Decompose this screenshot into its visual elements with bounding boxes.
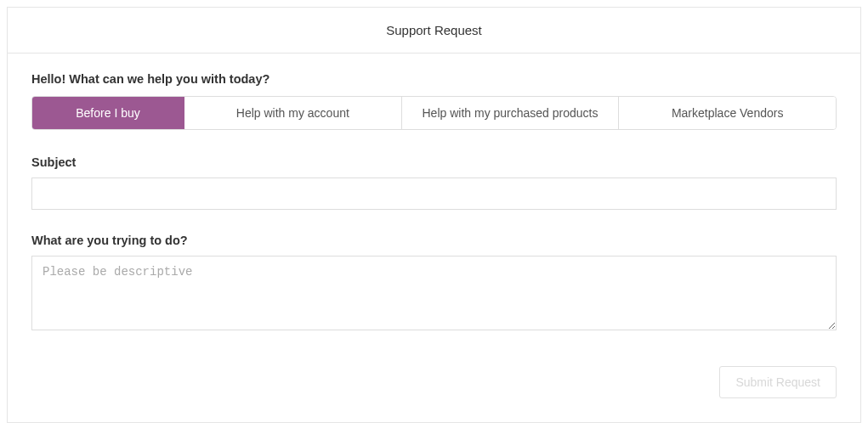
tab-help-account[interactable]: Help with my account xyxy=(184,97,402,129)
greeting-text: Hello! What can we help you with today? xyxy=(31,72,837,86)
description-label: What are you trying to do? xyxy=(31,234,837,247)
subject-label: Subject xyxy=(31,155,837,169)
support-request-panel: Support Request Hello! What can we help … xyxy=(7,7,861,423)
panel-body: Hello! What can we help you with today? … xyxy=(8,54,860,422)
tab-before-i-buy[interactable]: Before I buy xyxy=(32,97,184,129)
subject-group: Subject xyxy=(31,155,837,210)
panel-title: Support Request xyxy=(8,8,860,54)
description-textarea[interactable] xyxy=(31,256,837,330)
description-group: What are you trying to do? xyxy=(31,234,837,334)
submit-request-button[interactable]: Submit Request xyxy=(719,366,837,398)
tab-help-purchased[interactable]: Help with my purchased products xyxy=(402,97,620,129)
subject-input[interactable] xyxy=(31,178,837,210)
category-tabs: Before I buy Help with my account Help w… xyxy=(31,96,837,130)
tab-marketplace-vendors[interactable]: Marketplace Vendors xyxy=(619,97,836,129)
button-row: Submit Request xyxy=(31,366,837,398)
